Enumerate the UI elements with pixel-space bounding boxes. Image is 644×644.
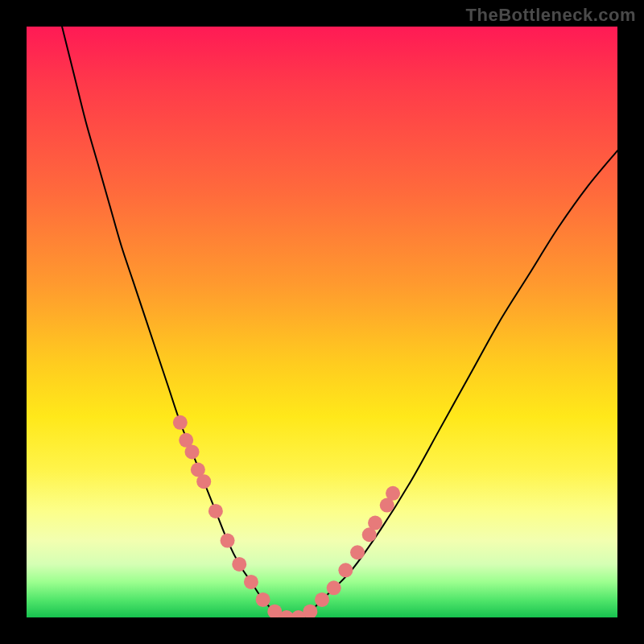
background-gradient bbox=[27, 27, 617, 617]
chart-frame: TheBottleneck.com bbox=[0, 0, 644, 644]
plot-area bbox=[27, 27, 617, 617]
watermark-text: TheBottleneck.com bbox=[466, 5, 636, 26]
